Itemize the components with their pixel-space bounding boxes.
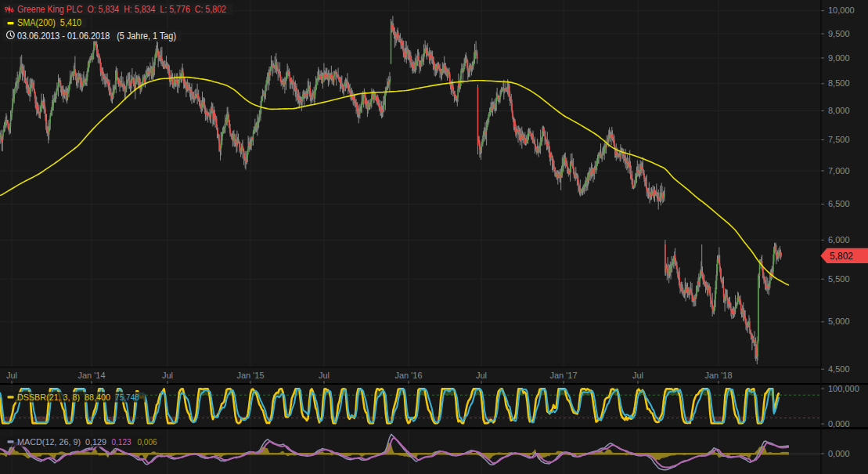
svg-text:Jul: Jul: [162, 371, 173, 380]
svg-text:DSSBR(21, 3, 8) 88,400: DSSBR(21, 3, 8) 88,400: [17, 393, 110, 402]
svg-text:Jan '18: Jan '18: [704, 371, 732, 380]
svg-text:8,000: 8,000: [828, 106, 850, 115]
svg-text:Greene King PLC O: 5,834 H:: Greene King PLC O: 5,834 H: 5,834 L: 5,7…: [17, 4, 226, 15]
svg-text:0,000: 0,000: [828, 449, 850, 458]
svg-text:0,006: 0,006: [138, 437, 157, 447]
svg-text:7,500: 7,500: [828, 135, 850, 144]
svg-text:75,748: 75,748: [115, 393, 139, 402]
svg-text:Jul: Jul: [319, 371, 330, 380]
svg-text:4,500: 4,500: [828, 364, 850, 374]
svg-text:7,000: 7,000: [828, 166, 850, 175]
svg-text:03.06.2013 - 01.06.2018 (5 J: 03.06.2013 - 01.06.2018 (5 Jahre, 1 Tag): [17, 31, 176, 42]
svg-text:5,000: 5,000: [828, 317, 850, 326]
svg-text:MACD(12, 26, 9) 0,129: MACD(12, 26, 9) 0,129: [17, 437, 106, 447]
svg-text:100,000: 100,000: [828, 384, 859, 393]
svg-text:6,500: 6,500: [828, 199, 850, 208]
svg-text:8,500: 8,500: [828, 78, 850, 88]
svg-text:6,000: 6,000: [828, 235, 850, 244]
svg-text:9,500: 9,500: [828, 29, 850, 38]
svg-text:5,500: 5,500: [828, 274, 850, 284]
svg-text:5,802: 5,802: [830, 250, 853, 262]
svg-text:Jan '17: Jan '17: [549, 371, 577, 380]
svg-text:0,000: 0,000: [828, 419, 850, 429]
svg-text:Jul: Jul: [632, 371, 643, 380]
svg-text:9,000: 9,000: [828, 53, 850, 63]
svg-text:SMA(200) 5,410: SMA(200) 5,410: [17, 17, 81, 28]
svg-text:10,000: 10,000: [828, 5, 855, 15]
svg-text:Jul: Jul: [6, 371, 17, 380]
svg-text:0,123: 0,123: [112, 437, 131, 447]
svg-text:Jan '16: Jan '16: [394, 371, 422, 380]
svg-text:Jul: Jul: [476, 371, 487, 380]
svg-text:Jan '15: Jan '15: [236, 371, 264, 380]
svg-text:Jan '14: Jan '14: [77, 371, 105, 380]
